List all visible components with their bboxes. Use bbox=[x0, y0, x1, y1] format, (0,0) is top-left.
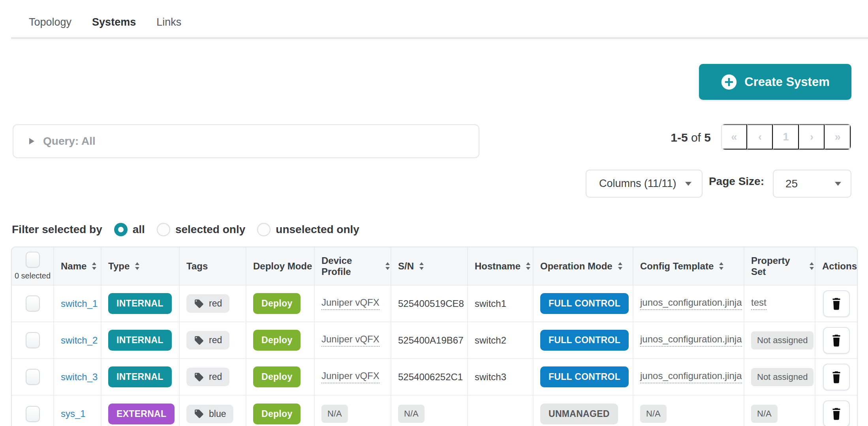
config-template-na-badge: N/A bbox=[640, 405, 667, 423]
query-label: Query: All bbox=[43, 135, 96, 148]
pagination-first-button[interactable]: « bbox=[722, 124, 747, 149]
sort-hostname-icon[interactable] bbox=[525, 262, 531, 271]
page-size-select[interactable]: 25 bbox=[773, 170, 851, 198]
serial-number: 525400519CE8 bbox=[398, 298, 464, 309]
type-badge: Deploy bbox=[253, 366, 301, 387]
type-badge: INTERNAL bbox=[108, 330, 172, 351]
column-header-hostname[interactable]: Hostname bbox=[468, 247, 533, 285]
pagination-last-button[interactable]: » bbox=[825, 124, 851, 149]
serial-number: 5254006252C1 bbox=[398, 372, 463, 382]
create-system-button[interactable]: Create System bbox=[699, 64, 851, 100]
column-label-hostname: Hostname bbox=[475, 261, 520, 272]
column-header-property_set[interactable]: Property Set bbox=[744, 247, 815, 285]
tag-pill: red bbox=[186, 368, 229, 386]
column-header-type[interactable]: Type bbox=[101, 247, 179, 285]
device-profile-na-badge: N/A bbox=[321, 405, 348, 423]
plus-circle-icon bbox=[721, 74, 737, 90]
sort-type-icon[interactable] bbox=[134, 262, 140, 271]
table-row: switch_3INTERNALredDeployJuniper vQFX525… bbox=[12, 359, 857, 395]
column-label-name: Name bbox=[61, 261, 86, 272]
sort-name-icon[interactable] bbox=[91, 262, 97, 271]
range-total: 5 bbox=[704, 131, 711, 144]
tab-links[interactable]: Links bbox=[146, 0, 192, 39]
radio-unselected-only[interactable]: unselected only bbox=[257, 223, 359, 236]
pagination-controls: « ‹ 1 › » bbox=[721, 123, 851, 150]
row-checkbox[interactable] bbox=[26, 369, 40, 385]
type-badge: Deploy bbox=[253, 330, 301, 351]
page-size-value: 25 bbox=[785, 178, 798, 190]
chevron-down-icon bbox=[685, 182, 691, 186]
tag-pill: blue bbox=[186, 405, 233, 423]
system-name-link[interactable]: switch_1 bbox=[61, 298, 98, 309]
config-template[interactable]: junos_configuration.jinja bbox=[640, 370, 742, 383]
sort-device_profile-icon[interactable] bbox=[385, 262, 391, 271]
system-name-link[interactable]: switch_3 bbox=[61, 372, 98, 382]
column-label-config_template: Config Template bbox=[640, 261, 714, 272]
pagination-page-1-button[interactable]: 1 bbox=[773, 124, 799, 149]
table-header-row: 0 selectedNameTypeTagsDeploy ModeDevice … bbox=[12, 247, 857, 285]
column-header-config_template[interactable]: Config Template bbox=[633, 247, 744, 285]
column-header-operation_mode[interactable]: Operation Mode bbox=[533, 247, 633, 285]
columns-dropdown[interactable]: Columns (11/11) bbox=[586, 170, 703, 198]
radio-unselected-only-label: unselected only bbox=[276, 223, 359, 236]
device-profile[interactable]: Juniper vQFX bbox=[321, 297, 380, 310]
delete-system-button[interactable] bbox=[823, 290, 850, 317]
device-profile[interactable]: Juniper vQFX bbox=[321, 334, 380, 347]
sort-sn-icon[interactable] bbox=[419, 262, 425, 271]
trash-icon bbox=[830, 334, 842, 347]
systems-page: Topology Systems Links Create System Que… bbox=[0, 0, 868, 426]
column-label-property_set: Property Set bbox=[751, 255, 804, 277]
column-header-select: 0 selected bbox=[12, 247, 54, 285]
column-header-name[interactable]: Name bbox=[54, 247, 101, 285]
column-label-actions: Actions bbox=[822, 261, 857, 272]
tab-systems-label: Systems bbox=[92, 16, 136, 28]
device-profile[interactable]: Juniper vQFX bbox=[321, 370, 380, 383]
pagination-range: 1-5 of 5 bbox=[671, 131, 711, 144]
sort-property_set-icon[interactable] bbox=[809, 262, 815, 271]
delete-system-button[interactable] bbox=[823, 327, 850, 354]
column-header-tags: Tags bbox=[179, 247, 246, 285]
system-name-link[interactable]: sys_1 bbox=[61, 408, 86, 419]
sort-config_template-icon[interactable] bbox=[718, 262, 724, 271]
system-name-link[interactable]: switch_2 bbox=[61, 335, 98, 346]
delete-system-button[interactable] bbox=[823, 364, 850, 390]
columns-dropdown-label: Columns (11/11) bbox=[599, 178, 676, 190]
chevron-right-icon bbox=[29, 138, 34, 144]
column-label-sn: S/N bbox=[398, 261, 414, 272]
row-checkbox[interactable] bbox=[26, 332, 40, 348]
property-set[interactable]: test bbox=[751, 297, 767, 310]
column-header-sn[interactable]: S/N bbox=[391, 247, 468, 285]
column-header-deploy_mode: Deploy Mode bbox=[246, 247, 314, 285]
column-header-device_profile[interactable]: Device Profile bbox=[314, 247, 391, 285]
tag-icon bbox=[194, 372, 204, 382]
filter-label: Filter selected by bbox=[12, 223, 102, 236]
pagination-next-button[interactable]: › bbox=[799, 124, 825, 149]
config-template[interactable]: junos_configuration.jinja bbox=[640, 334, 742, 347]
range-start: 1-5 bbox=[671, 131, 688, 144]
radio-selected-only[interactable]: selected only bbox=[157, 223, 245, 236]
tab-topology-label: Topology bbox=[29, 16, 71, 28]
page-size-label: Page Size: bbox=[709, 175, 764, 188]
select-all-checkbox[interactable] bbox=[26, 252, 40, 268]
pagination-prev-button[interactable]: ‹ bbox=[747, 124, 773, 149]
radio-unselected-icon bbox=[257, 223, 271, 236]
config-template[interactable]: junos_configuration.jinja bbox=[640, 297, 742, 310]
query-expander[interactable]: Query: All bbox=[13, 124, 479, 158]
row-checkbox[interactable] bbox=[26, 406, 40, 422]
column-label-operation_mode: Operation Mode bbox=[540, 261, 612, 272]
sort-operation_mode-icon[interactable] bbox=[617, 262, 623, 271]
tag-label: red bbox=[209, 335, 222, 346]
trash-icon bbox=[830, 297, 842, 310]
tag-pill: red bbox=[186, 331, 229, 349]
radio-selected-icon bbox=[114, 223, 128, 236]
type-badge: FULL CONTROL bbox=[540, 293, 629, 314]
row-checkbox[interactable] bbox=[26, 295, 40, 312]
systems-table-container: 0 selectedNameTypeTagsDeploy ModeDevice … bbox=[11, 247, 858, 426]
tab-systems[interactable]: Systems bbox=[82, 0, 146, 39]
delete-system-button[interactable] bbox=[823, 400, 850, 426]
tag-icon bbox=[194, 335, 204, 346]
radio-all[interactable]: all bbox=[114, 223, 145, 236]
tab-topology[interactable]: Topology bbox=[19, 0, 82, 39]
tab-bar-divider bbox=[11, 37, 868, 39]
tag-label: blue bbox=[209, 409, 226, 419]
